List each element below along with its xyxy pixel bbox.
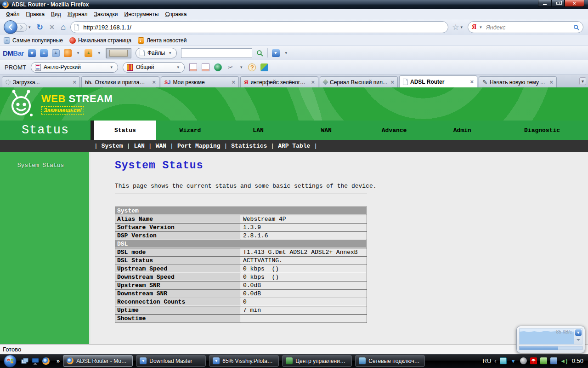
promt-help-icon[interactable]: ? [248,63,256,71]
nav-tab-admin[interactable]: Admin [428,121,496,140]
dm-add-download-icon[interactable]: + [40,49,48,57]
translate-page-icon[interactable] [189,63,197,71]
quicklaunch-overflow-icon[interactable]: » [57,357,60,364]
browser-tab-yandex[interactable]: Я интерфейс зелёного ... × [240,76,318,87]
download-master-tray-icon[interactable]: ▼ [510,357,517,364]
minimize-button[interactable] [538,0,551,7]
language-indicator[interactable]: RU [483,357,492,364]
menu-file[interactable]: Файл [3,10,23,19]
input-device-tray-icon[interactable] [500,357,507,364]
nav-tab-diagnostic[interactable]: Diagnostic [496,121,588,140]
tab-close-icon[interactable]: × [310,79,315,86]
nav-tab-advance[interactable]: Advance [360,121,428,140]
promt-logo-icon[interactable] [260,63,268,71]
dm-add-window-icon[interactable]: + [52,49,60,57]
tab-close-icon[interactable]: × [469,78,474,85]
firefox-quicklaunch-icon[interactable] [42,357,50,365]
clock[interactable]: 0:50 [572,357,583,364]
translate-selection-icon[interactable] [202,63,209,71]
menu-bookmarks[interactable]: Закладки [91,10,121,19]
browser-tab-adsl-router[interactable]: ADSL Router × [399,75,477,87]
promt-tools-dropdown-icon[interactable]: ▾ [239,65,244,69]
promt-template-combo[interactable]: Общий ▾ [123,62,185,73]
dm-preview-button[interactable] [106,48,131,58]
menu-help[interactable]: Справка [162,10,190,19]
bookmark-start-page[interactable]: Начальная страница [69,37,131,44]
dm-tools-icon[interactable]: + [85,49,92,57]
power-tray-icon[interactable] [540,357,547,364]
menu-history[interactable]: Журнал [64,10,91,19]
app-tray-icon[interactable] [520,357,527,364]
back-button[interactable] [4,20,17,34]
promt-direction-combo[interactable]: Англо-Русский ▾ [31,62,118,73]
search-engine-dropdown-icon[interactable]: ▾ [478,25,483,29]
dm-search-icon[interactable] [256,50,263,57]
taskbar-button-download-master[interactable]: Download Master [136,355,206,367]
volume-tray-icon[interactable]: ◄) [560,357,567,364]
search-input[interactable] [485,23,571,31]
show-desktop-icon[interactable] [21,357,28,365]
nav-tab-wizard[interactable]: Wizard [156,121,224,140]
dm-download-icon[interactable] [272,49,280,57]
bookmark-dropdown-icon[interactable]: ▾ [459,25,464,29]
browser-tab-serial[interactable]: Сериал Высший пил... × [320,76,398,87]
subnav-lan[interactable]: LAN [127,143,145,150]
dm-filter-input[interactable] [181,48,252,58]
nav-tab-status[interactable]: Status [94,121,156,140]
network-tray-icon[interactable] [550,357,557,364]
translate-site-icon[interactable] [214,63,222,71]
close-button[interactable]: × [565,0,584,7]
antivirus-tray-icon[interactable]: ☂ [530,357,537,364]
taskbar-button-firefox[interactable]: ADSL Router - Mozil... [63,355,133,367]
restore-button[interactable] [551,0,565,7]
taskbar-button-control-center[interactable]: Центр управления ... [282,355,352,367]
subnav-system[interactable]: System [94,143,123,150]
dm-download-dropdown-icon[interactable]: ▾ [284,51,289,55]
history-dropdown-icon[interactable]: ▾ [27,25,32,29]
dm-files-combo[interactable]: Файлы ▾ [136,48,177,58]
tab-close-icon[interactable]: × [72,79,76,86]
taskbar-button-network-connections[interactable]: Сетевые подключе... [355,355,425,367]
sidebar-item-system-status[interactable]: System Status [17,162,64,169]
dm-home-icon[interactable] [64,49,72,57]
remote-desktop-icon[interactable] [32,357,39,365]
subnav-wan[interactable]: WAN [148,143,166,150]
tab-close-icon[interactable]: × [390,79,394,86]
widget-expand-icon[interactable] [577,339,580,343]
list-all-tabs-icon[interactable]: ▾ [579,77,586,85]
menu-edit[interactable]: Правка [23,10,48,19]
bookmark-most-popular[interactable]: ⌕ Самые популярные [4,37,63,44]
browser-tab-hh[interactable]: hh. Отклики и приглаше... × [81,76,159,87]
dm-tools-dropdown-icon[interactable]: ▾ [96,51,102,55]
tab-close-icon[interactable]: × [548,79,553,86]
search-engine-icon[interactable]: Я [472,23,476,31]
search-icon[interactable] [573,24,579,30]
bookmark-news-feed[interactable]: Лента новостей [138,37,187,44]
nav-tab-wan[interactable]: WAN [292,121,360,140]
tab-close-icon[interactable]: × [231,79,235,86]
site-identity-icon[interactable] [74,24,79,30]
subnav-port-mapping[interactable]: Port Mapping [170,143,220,150]
promt-tools-icon[interactable]: ✂ [226,63,234,71]
tab-close-icon[interactable]: × [151,79,156,86]
home-button[interactable]: ⌂ [59,23,68,31]
tray-collapse-icon[interactable]: ‹ [494,357,496,364]
subnav-arp-table[interactable]: ARP Table [271,143,317,150]
nav-tab-lan[interactable]: LAN [224,121,292,140]
bookmark-star-icon[interactable]: ☆ [452,23,459,32]
download-master-widget[interactable]: 85 КВ/с [516,326,585,353]
dm-grab-icon[interactable]: ▼ [28,49,36,57]
dm-home-dropdown-icon[interactable]: ▾ [76,51,81,55]
browser-tab-new-topic[interactable]: ✎ Начать новую тему ... × [479,76,557,87]
url-input[interactable] [82,23,443,31]
widget-download-icon[interactable] [575,329,582,336]
stop-button[interactable]: × [48,23,57,31]
taskbar-button-download-progress[interactable]: 65% Visshiy.Pilotazh... [209,355,279,367]
start-button[interactable] [4,355,17,368]
subnav-statistics[interactable]: Statistics [224,143,267,150]
reload-button[interactable]: ↻ [35,23,45,31]
browser-tab-loading[interactable]: Загрузка... × [2,76,80,87]
menu-view[interactable]: Вид [48,10,64,19]
browser-tab-resume[interactable]: SJ Мои резюме × [161,76,239,87]
menu-tools[interactable]: Инструменты [121,10,162,19]
